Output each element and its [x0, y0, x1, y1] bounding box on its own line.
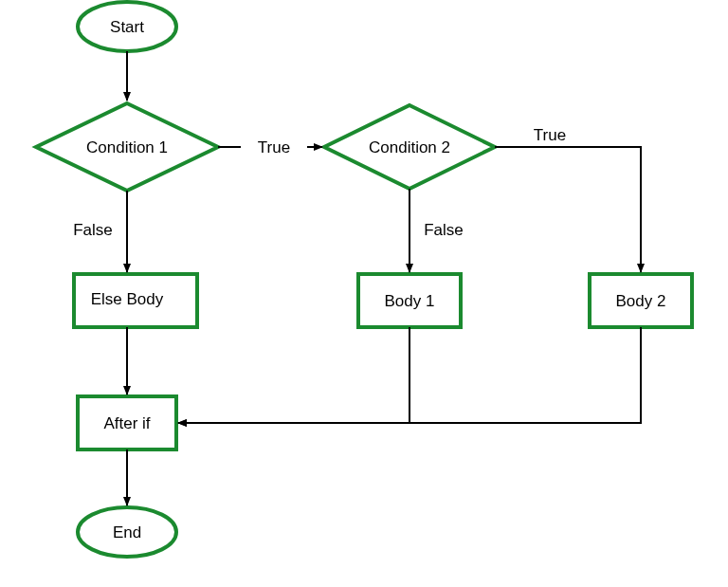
edge-condition1-true-label: True — [258, 138, 290, 156]
end-node: End — [78, 507, 176, 557]
start-label: Start — [110, 18, 144, 36]
body-1-node: Body 1 — [358, 274, 461, 327]
condition-1-node: Condition 1 — [36, 103, 218, 191]
else-body-label: Else Body — [91, 290, 164, 308]
body-2-label: Body 2 — [616, 292, 666, 310]
condition-1-label: Condition 1 — [86, 138, 168, 156]
after-if-node: After if — [78, 396, 176, 449]
edge-condition1-false-label: False — [73, 221, 113, 239]
start-node: Start — [78, 2, 176, 51]
condition-2-node: Condition 2 — [324, 105, 495, 189]
end-label: End — [113, 523, 141, 541]
edge-condition2-true-label: True — [534, 126, 566, 144]
condition-2-label: Condition 2 — [369, 138, 450, 156]
edge-condition2-false-label: False — [424, 221, 464, 239]
body-1-label: Body 1 — [385, 292, 435, 310]
edge-body1-to-afterif — [178, 327, 410, 423]
else-body-node: Else Body — [74, 274, 197, 327]
body-2-node: Body 2 — [590, 274, 692, 327]
after-if-label: After if — [103, 414, 150, 432]
edge-condition2-true — [495, 147, 641, 272]
